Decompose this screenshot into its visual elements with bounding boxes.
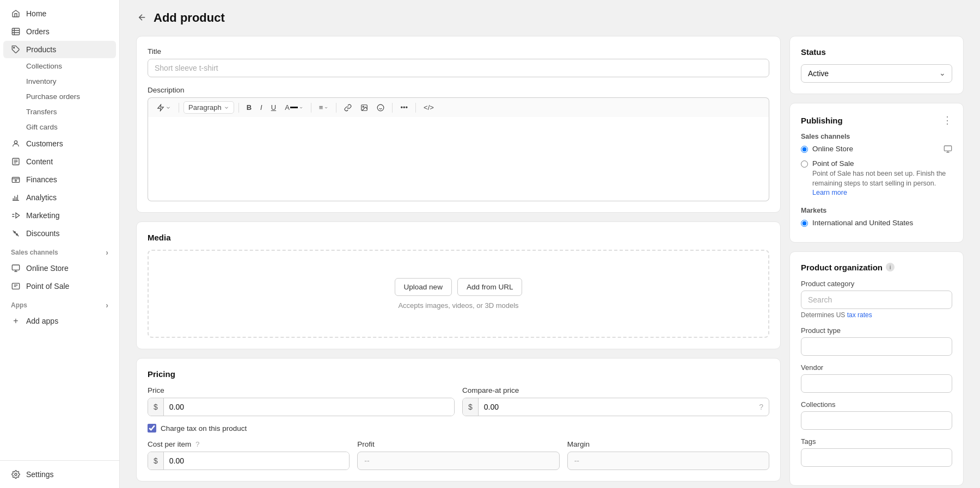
sidebar-item-add-apps[interactable]: + Add apps [3,312,116,330]
status-select-wrapper: Active Draft [801,64,952,83]
sidebar-item-marketing[interactable]: Marketing [3,207,116,224]
toolbar-underline-btn[interactable]: U [268,101,279,114]
media-title: Media [148,233,769,242]
sidebar-item-inventory[interactable]: Inventory [3,74,116,89]
toolbar-bold-btn[interactable]: B [243,101,255,114]
category-desc: Determines US tax rates [801,311,952,319]
price-currency-symbol: $ [148,398,164,416]
tax-rates-link[interactable]: tax rates [847,311,872,319]
cost-profit-margin-group: Cost per item ? $ Profit Margin [148,440,769,470]
product-type-label: Product type [801,326,952,335]
collections-label: Collections [801,400,952,409]
sidebar-item-online-store[interactable]: Online Store [3,260,116,277]
sidebar-item-transfers[interactable]: Transfers [3,104,116,119]
vendor-label: Vendor [801,363,952,372]
description-label: Description [148,86,769,94]
toolbar-divider-3 [311,103,311,113]
sidebar-item-discounts[interactable]: Discounts [3,225,116,242]
svg-point-1 [14,47,15,48]
finances-icon [11,175,21,184]
category-field: Product category Determines US tax rates [801,280,952,319]
price-label: Price [148,386,455,394]
category-search-input[interactable] [801,291,952,309]
profit-label: Profit [357,440,559,448]
tags-input[interactable] [801,448,952,467]
cost-input-wrapper: $ [148,452,350,470]
status-select[interactable]: Active Draft [801,64,952,83]
sidebar-item-purchase-orders[interactable]: Purchase orders [3,89,116,104]
sidebar-item-point-of-sale[interactable]: Point of Sale [3,277,116,295]
toolbar-link-btn[interactable] [341,102,355,114]
back-button[interactable] [136,11,148,25]
product-org-card: Product organization i Product category … [789,251,964,486]
left-column: Title Description Paragraph [136,36,781,488]
customers-icon [11,139,21,149]
cost-per-item-label: Cost per item ? [148,440,350,448]
markets-label: Markets [801,207,952,214]
product-org-info-icon[interactable]: i [886,263,895,271]
sidebar-item-products[interactable]: Products [3,41,116,58]
channel-online-store-radio[interactable] [801,146,808,153]
upload-new-button[interactable]: Upload new [395,278,452,296]
toolbar-divider-5 [392,103,393,113]
description-editor-body[interactable] [148,117,769,201]
toolbar-emoji-btn[interactable] [373,102,388,114]
price-input[interactable] [164,398,454,416]
compare-at-field: Compare-at price $ ? [462,386,769,416]
toolbar-color-btn[interactable]: A [281,101,307,114]
collections-input[interactable] [801,411,952,430]
svg-marker-11 [158,104,164,111]
publishing-more-btn[interactable]: ⋮ [942,114,952,126]
charge-tax-label[interactable]: Charge tax on this product [161,424,247,433]
pricing-title: Pricing [148,369,769,379]
sidebar-item-home[interactable]: Home [3,5,116,22]
margin-label: Margin [567,440,769,448]
sidebar-item-collections[interactable]: Collections [3,59,116,73]
sales-channels-expand[interactable]: › [106,248,108,257]
orders-icon [11,27,21,36]
compare-at-input[interactable] [479,398,754,416]
pricing-card: Pricing Price $ Compare-at price $ [136,358,781,481]
market-intl-us-radio[interactable] [801,220,808,227]
cost-help-icon[interactable]: ? [195,440,200,448]
title-description-card: Title Description Paragraph [136,36,781,213]
learn-more-link[interactable]: Learn more [812,189,847,196]
sidebar-item-settings[interactable]: Settings [3,466,116,483]
sidebar-item-gift-cards[interactable]: Gift cards [3,120,116,134]
page-header: Add product [136,11,964,25]
publishing-card: Publishing ⋮ Sales channels Online Store [789,103,964,243]
price-input-wrapper: $ [148,398,455,416]
compare-at-help-icon[interactable]: ? [754,398,769,416]
add-icon: + [11,316,21,326]
svg-point-14 [378,104,384,111]
tags-field: Tags [801,437,952,467]
apps-expand[interactable]: › [106,301,108,310]
content-icon [11,157,21,166]
sidebar-item-orders[interactable]: Orders [3,23,116,40]
toolbar-italic-btn[interactable]: I [257,101,266,114]
cost-input[interactable] [164,452,350,470]
toolbar-image-btn[interactable] [357,102,371,114]
toolbar-align-btn[interactable]: ≡ [316,101,332,114]
svg-point-10 [15,473,17,475]
margin-field: Margin [567,440,769,470]
margin-input [567,452,769,470]
charge-tax-checkbox[interactable] [148,424,156,433]
toolbar-code-btn[interactable]: </> [420,101,437,114]
product-type-input[interactable] [801,337,952,356]
sidebar-item-finances[interactable]: Finances [3,171,116,188]
vendor-input[interactable] [801,374,952,393]
sidebar-item-customers[interactable]: Customers [3,135,116,152]
discounts-icon [11,228,21,238]
channel-pos-radio[interactable] [801,160,808,168]
product-org-title: Product organization [801,263,883,272]
status-title: Status [801,47,952,57]
add-from-url-button[interactable]: Add from URL [457,278,523,296]
svg-rect-0 [12,28,19,35]
toolbar-more-btn[interactable]: ••• [397,101,411,114]
sidebar-item-analytics[interactable]: Analytics [3,189,116,206]
toolbar-ai-btn[interactable] [154,102,174,114]
toolbar-paragraph-select[interactable]: Paragraph [183,101,234,114]
title-input[interactable] [148,59,769,77]
sidebar-item-content[interactable]: Content [3,153,116,170]
